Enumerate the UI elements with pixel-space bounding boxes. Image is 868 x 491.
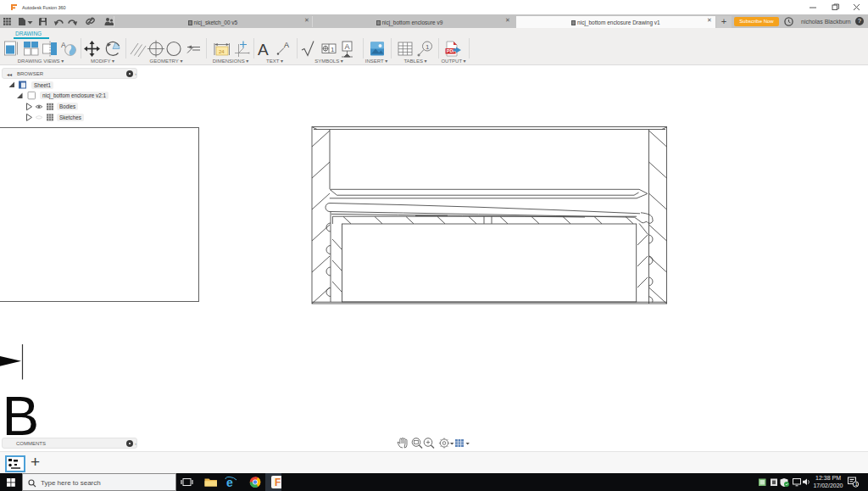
svg-text:F: F xyxy=(275,477,281,488)
svg-text:A: A xyxy=(345,42,350,51)
svg-text:1: 1 xyxy=(426,43,430,51)
svg-text:A: A xyxy=(284,41,289,49)
svg-text:1: 1 xyxy=(331,46,335,53)
svg-text:A: A xyxy=(258,41,269,59)
svg-text:24: 24 xyxy=(219,49,225,54)
